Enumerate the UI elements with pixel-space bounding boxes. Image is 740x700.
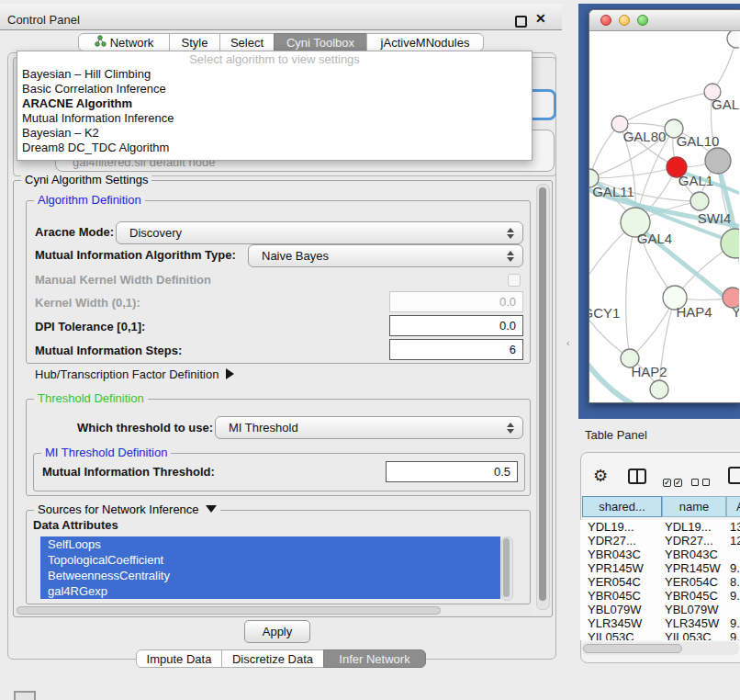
tab-cyni-toolbox[interactable]: Cyni Toolbox: [274, 33, 367, 51]
column-header-1[interactable]: shared...: [582, 496, 662, 517]
minimized-panel-fragment[interactable]: [14, 691, 36, 700]
tab-style[interactable]: Style: [169, 33, 220, 51]
node-label: Y: [732, 304, 739, 320]
column-header-3[interactable]: A: [726, 496, 740, 517]
cell: YBR045C: [665, 589, 718, 603]
tab-network[interactable]: Network: [78, 33, 170, 51]
combo-arrows-icon: [507, 423, 514, 434]
tab-label: jActiveMNodules: [381, 36, 470, 50]
sources-group-label: Sources for Network Inference: [38, 502, 199, 516]
cell: 9.: [730, 630, 740, 640]
table-row[interactable]: YDL19...YDL19...13: [580, 520, 740, 534]
close-panel-icon[interactable]: ✕: [535, 11, 546, 26]
node-label: GAL1: [678, 173, 713, 188]
algorithm-option[interactable]: Bayesian – K2: [17, 126, 532, 141]
window-close-button[interactable]: [600, 15, 611, 26]
cell: YDR27...: [665, 534, 713, 548]
tab-select[interactable]: Select: [219, 33, 275, 51]
network-node[interactable]: [727, 31, 739, 48]
tab-jactivemnodules[interactable]: jActiveMNodules: [366, 33, 484, 51]
network-node[interactable]: [705, 148, 731, 174]
dpi-tolerance-label: DPI Tolerance [0,1]:: [35, 320, 145, 333]
gear-icon[interactable]: ⚙: [593, 466, 608, 486]
network-canvas-svg[interactable]: GALGAL80GAL10GAL1GAL11SWI4GAL4GCY1HAP4YH…: [589, 31, 739, 403]
cell: YPR145W: [665, 561, 721, 575]
cell: YBL079W: [588, 603, 642, 616]
settings-horizontal-scrollbar[interactable]: [15, 604, 533, 616]
apply-button[interactable]: Apply: [244, 620, 310, 643]
algorithm-definition-title: Algorithm Definition: [34, 193, 145, 207]
settings-vertical-scrollbar-thumb[interactable]: [539, 187, 546, 601]
data-attribute-item[interactable]: BetweennessCentrality: [40, 568, 500, 583]
window-minimize-button[interactable]: [619, 15, 630, 26]
network-edge[interactable]: [626, 222, 635, 358]
manual-kernel-width-checkbox[interactable]: [508, 274, 521, 287]
attributes-list-scrollbar-thumb[interactable]: [503, 538, 510, 597]
bottom-tab-impute-data[interactable]: Impute Data: [136, 649, 222, 668]
cell: YDL19...: [588, 520, 634, 534]
cyni-algorithm-settings-title: Cyni Algorithm Settings: [21, 173, 151, 186]
window-zoom-button[interactable]: [637, 15, 648, 26]
mi-steps-field[interactable]: 6: [389, 339, 523, 360]
table-row[interactable]: YDR27...YDR27...12: [580, 534, 740, 548]
control-panel-titlebar: Control Panel ✕: [0, 4, 562, 30]
cell: YER054C: [588, 575, 641, 589]
table-row[interactable]: YER054CYER054C8.: [580, 575, 740, 589]
network-node[interactable]: [721, 229, 739, 258]
show-columns-icon[interactable]: [628, 469, 646, 484]
dpi-tolerance-field[interactable]: 0.0: [389, 315, 523, 336]
node-label: GAL80: [623, 129, 667, 144]
bottom-tab-discretize-data[interactable]: Discretize Data: [221, 649, 324, 668]
settings-horizontal-scrollbar-thumb[interactable]: [17, 606, 441, 615]
node-label: HAP4: [676, 304, 712, 320]
algorithm-option[interactable]: Dream8 DC_TDC Algorithm: [17, 141, 532, 155]
table-row[interactable]: YLR345WYLR345W9.: [580, 616, 740, 630]
attributes-list-scrollbar[interactable]: [501, 536, 513, 601]
aracne-mode-label: Aracne Mode:: [35, 225, 114, 239]
which-threshold-combobox[interactable]: MI Threshold: [215, 416, 523, 439]
mi-threshold-field[interactable]: 0.5: [386, 461, 518, 482]
table-function-icon-fragment[interactable]: [728, 467, 740, 484]
hub-definition-toggle[interactable]: Hub/Transcription Factor Definition: [35, 367, 234, 381]
aracne-mode-combobox[interactable]: Discovery: [116, 221, 523, 244]
algorithm-option[interactable]: ARACNE Algorithm: [17, 96, 532, 111]
column-header-2[interactable]: name: [662, 496, 726, 517]
float-panel-icon[interactable]: [515, 16, 527, 28]
table-horizontal-scrollbar[interactable]: [581, 642, 739, 655]
network-window-titlebar[interactable]: [589, 10, 740, 31]
unselect-all-columns-icon[interactable]: [691, 473, 713, 490]
mi-threshold-definition-title: MI Threshold Definition: [41, 446, 171, 459]
data-attribute-item[interactable]: TopologicalCoefficient: [40, 552, 500, 568]
table-row[interactable]: YBL079WYBL079W: [580, 603, 740, 616]
cell: 12: [730, 534, 740, 548]
table-row[interactable]: YIL053CYIL053C9.: [580, 630, 740, 640]
table-row[interactable]: YPR145WYPR145W9.: [580, 561, 740, 575]
tab-label: Infer Network: [339, 652, 409, 666]
algorithm-option[interactable]: Mutual Information Inference: [17, 111, 532, 126]
table-row[interactable]: YBR043CYBR043C: [580, 548, 740, 561]
network-tab-icon: [95, 35, 107, 50]
node-label: SWI4: [698, 210, 732, 226]
select-all-columns-icon[interactable]: ✓✓: [663, 472, 685, 489]
network-view-window[interactable]: GALGAL80GAL10GAL1GAL11SWI4GAL4GCY1HAP4YH…: [589, 9, 740, 403]
data-attribute-item[interactable]: SelfLoops: [40, 536, 500, 552]
settings-vertical-scrollbar[interactable]: [536, 184, 550, 610]
table-rows: YDL19...YDL19...13YDR27...YDR27...12YBR0…: [580, 520, 740, 640]
algorithm-dropdown-popup: Select algorithm to view settings Bayesi…: [17, 51, 533, 161]
node-label: GAL: [712, 96, 739, 112]
algorithm-option[interactable]: Basic Correlation Inference: [17, 82, 532, 96]
data-attribute-item[interactable]: gal4RGexp: [40, 583, 500, 599]
bottom-tab-infer-network[interactable]: Infer Network: [323, 649, 426, 668]
network-node-swi4[interactable]: [690, 192, 709, 210]
network-node[interactable]: [650, 380, 668, 399]
kernel-width-field[interactable]: 0.0: [389, 291, 523, 312]
table-horizontal-scrollbar-thumb[interactable]: [583, 644, 682, 653]
cell: YDR27...: [588, 534, 636, 548]
network-edge[interactable]: [620, 92, 712, 124]
mi-algorithm-type-combobox[interactable]: Naive Bayes: [248, 244, 523, 267]
sources-group-title[interactable]: Sources for Network Inference: [34, 502, 220, 516]
table-row[interactable]: YBR045CYBR045C9.: [580, 589, 740, 603]
cell: 8.: [730, 575, 740, 589]
algorithm-option[interactable]: Bayesian – Hill Climbing: [17, 67, 532, 82]
splitter-handle[interactable]: ‹: [566, 338, 569, 348]
